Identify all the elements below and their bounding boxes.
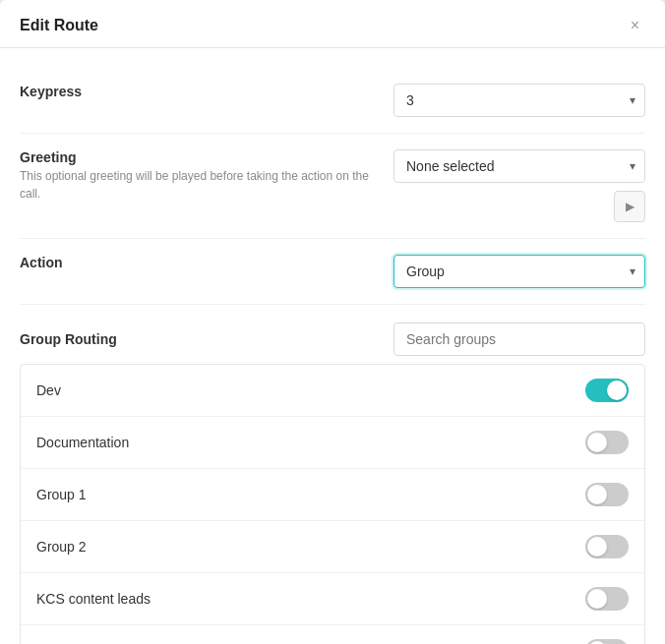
- keypress-select-wrapper: 3 ▾: [393, 84, 645, 117]
- group-name-dev: Dev: [36, 382, 61, 398]
- group-routing-label: Group Routing: [20, 331, 393, 347]
- toggle-thumb-group2: [587, 537, 607, 556]
- greeting-description: This optional greeting will be played be…: [20, 167, 374, 203]
- list-item: Group 2: [21, 521, 644, 573]
- list-item: Marketing: [21, 625, 644, 644]
- list-item: Documentation: [21, 417, 644, 469]
- greeting-label: Greeting: [20, 149, 374, 165]
- play-icon: ▶: [626, 200, 635, 213]
- toggle-thumb-documentation: [587, 433, 607, 452]
- group-list-scroll[interactable]: Dev Documentation: [21, 365, 644, 644]
- keypress-control-col: 3 ▾: [393, 84, 645, 117]
- play-greeting-button[interactable]: ▶: [614, 191, 645, 222]
- group-routing-section: Group Routing Dev: [20, 309, 645, 644]
- group-routing-header: Group Routing: [20, 309, 645, 364]
- action-control-col: Group User Queue Voicemail External Numb…: [393, 255, 645, 288]
- action-select-wrapper: Group User Queue Voicemail External Numb…: [393, 255, 645, 288]
- group-toggle-dev[interactable]: [585, 379, 629, 402]
- group-toggle-documentation[interactable]: [585, 431, 629, 454]
- toggle-thumb-group1: [587, 485, 607, 504]
- greeting-select[interactable]: None selected: [393, 149, 645, 183]
- toggle-thumb-dev: [607, 381, 627, 400]
- action-row: Action Group User Queue Voicemail Extern…: [20, 239, 645, 305]
- close-button[interactable]: ×: [625, 16, 645, 35]
- group-search-wrapper: [393, 322, 645, 356]
- modal-body: Keypress 3 ▾ Greeting This optional gree…: [0, 48, 665, 644]
- edit-route-modal: Edit Route × Keypress 3 ▾ Greeting This …: [0, 0, 665, 644]
- list-item: KCS content leads: [21, 573, 644, 625]
- greeting-row: Greeting This optional greeting will be …: [20, 134, 645, 239]
- group-toggle-kcs[interactable]: [585, 587, 629, 611]
- keypress-label: Keypress: [20, 84, 374, 99]
- toggle-thumb-kcs: [587, 589, 607, 609]
- action-label-col: Action: [20, 255, 393, 272]
- action-select[interactable]: Group User Queue Voicemail External Numb…: [393, 255, 645, 288]
- group-toggle-marketing[interactable]: [585, 639, 629, 644]
- group-list-container: Dev Documentation: [20, 364, 645, 644]
- group-name-documentation: Documentation: [36, 435, 129, 450]
- greeting-label-col: Greeting This optional greeting will be …: [20, 149, 393, 203]
- greeting-select-wrapper: None selected ▾: [393, 149, 645, 183]
- group-toggle-group2[interactable]: [585, 535, 629, 558]
- list-item: Group 1: [21, 469, 644, 521]
- group-search-input[interactable]: [393, 322, 645, 356]
- keypress-select[interactable]: 3: [393, 84, 645, 117]
- greeting-control-col: None selected ▾ ▶: [393, 149, 645, 222]
- list-item: Dev: [21, 365, 644, 417]
- group-name-group1: Group 1: [36, 487, 87, 502]
- action-label: Action: [20, 255, 374, 270]
- keypress-row: Keypress 3 ▾: [20, 68, 645, 134]
- keypress-label-col: Keypress: [20, 84, 393, 101]
- group-name-kcs: KCS content leads: [36, 591, 151, 607]
- modal-title: Edit Route: [20, 17, 98, 34]
- modal-header: Edit Route ×: [0, 0, 665, 48]
- group-toggle-group1[interactable]: [585, 483, 629, 506]
- group-name-group2: Group 2: [36, 539, 87, 555]
